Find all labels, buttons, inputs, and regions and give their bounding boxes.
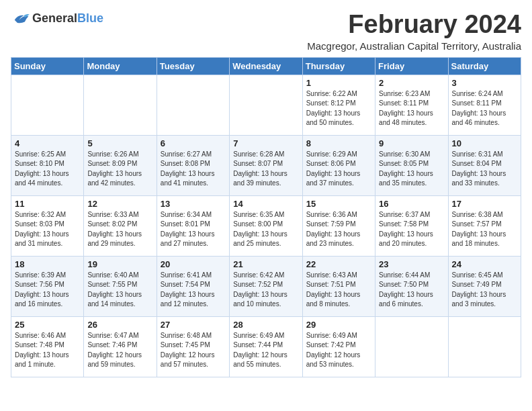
day-number: 27 <box>161 320 226 330</box>
day-detail: Sunrise: 6:22 AM Sunset: 8:12 PM Dayligh… <box>306 89 371 128</box>
day-number: 17 <box>452 199 517 209</box>
day-detail: Sunrise: 6:39 AM Sunset: 7:56 PM Dayligh… <box>15 271 80 310</box>
day-number: 3 <box>452 78 517 88</box>
calendar-cell: 13Sunrise: 6:34 AM Sunset: 8:01 PM Dayli… <box>157 195 229 256</box>
calendar-cell: 2Sunrise: 6:23 AM Sunset: 8:11 PM Daylig… <box>375 75 448 135</box>
logo-general: General <box>32 11 77 25</box>
day-detail: Sunrise: 6:48 AM Sunset: 7:45 PM Dayligh… <box>161 331 226 370</box>
calendar-cell: 1Sunrise: 6:22 AM Sunset: 8:12 PM Daylig… <box>302 75 375 135</box>
header: GeneralBlue February 2024 Macgregor, Aus… <box>11 11 521 52</box>
calendar-cell: 15Sunrise: 6:36 AM Sunset: 7:59 PM Dayli… <box>302 195 375 256</box>
weekday-header-friday: Friday <box>375 57 448 75</box>
logo-text: GeneralBlue <box>32 11 103 26</box>
day-detail: Sunrise: 6:45 AM Sunset: 7:49 PM Dayligh… <box>452 271 517 310</box>
calendar-cell: 27Sunrise: 6:48 AM Sunset: 7:45 PM Dayli… <box>157 316 229 377</box>
day-number: 6 <box>161 138 226 148</box>
calendar-cell: 17Sunrise: 6:38 AM Sunset: 7:57 PM Dayli… <box>448 195 521 256</box>
logo-blue: Blue <box>77 11 103 25</box>
weekday-header-row: SundayMondayTuesdayWednesdayThursdayFrid… <box>11 57 521 75</box>
day-number: 28 <box>233 320 298 330</box>
day-detail: Sunrise: 6:31 AM Sunset: 8:04 PM Dayligh… <box>452 150 517 189</box>
day-number: 10 <box>452 138 517 148</box>
calendar-cell <box>448 316 521 377</box>
day-number: 5 <box>87 138 152 148</box>
calendar-cell <box>375 316 448 377</box>
logo-bird-icon <box>11 11 30 26</box>
day-detail: Sunrise: 6:30 AM Sunset: 8:05 PM Dayligh… <box>379 150 444 189</box>
day-detail: Sunrise: 6:43 AM Sunset: 7:51 PM Dayligh… <box>306 271 371 310</box>
calendar-cell: 3Sunrise: 6:24 AM Sunset: 8:11 PM Daylig… <box>448 75 521 135</box>
day-number: 8 <box>306 138 371 148</box>
day-number: 25 <box>15 320 80 330</box>
day-detail: Sunrise: 6:49 AM Sunset: 7:42 PM Dayligh… <box>306 331 371 370</box>
day-number: 12 <box>87 199 152 209</box>
calendar-cell: 10Sunrise: 6:31 AM Sunset: 8:04 PM Dayli… <box>448 135 521 195</box>
day-detail: Sunrise: 6:44 AM Sunset: 7:50 PM Dayligh… <box>379 271 444 310</box>
day-number: 20 <box>161 259 226 269</box>
calendar-cell <box>157 75 229 135</box>
day-detail: Sunrise: 6:34 AM Sunset: 8:01 PM Dayligh… <box>161 210 226 249</box>
day-detail: Sunrise: 6:41 AM Sunset: 7:54 PM Dayligh… <box>161 271 226 310</box>
calendar-cell: 4Sunrise: 6:25 AM Sunset: 8:10 PM Daylig… <box>11 135 84 195</box>
calendar-cell: 20Sunrise: 6:41 AM Sunset: 7:54 PM Dayli… <box>157 256 229 316</box>
day-number: 2 <box>379 78 444 88</box>
weekday-header-tuesday: Tuesday <box>157 57 229 75</box>
day-number: 13 <box>161 199 226 209</box>
month-title: February 2024 <box>307 11 521 39</box>
day-number: 22 <box>306 259 371 269</box>
day-detail: Sunrise: 6:28 AM Sunset: 8:07 PM Dayligh… <box>233 150 298 189</box>
calendar-cell: 11Sunrise: 6:32 AM Sunset: 8:03 PM Dayli… <box>11 195 84 256</box>
calendar-cell: 21Sunrise: 6:42 AM Sunset: 7:52 PM Dayli… <box>230 256 302 316</box>
calendar-cell: 12Sunrise: 6:33 AM Sunset: 8:02 PM Dayli… <box>84 195 157 256</box>
calendar-cell: 22Sunrise: 6:43 AM Sunset: 7:51 PM Dayli… <box>302 256 375 316</box>
day-detail: Sunrise: 6:25 AM Sunset: 8:10 PM Dayligh… <box>15 150 80 189</box>
calendar-week-3: 11Sunrise: 6:32 AM Sunset: 8:03 PM Dayli… <box>11 195 521 256</box>
calendar-cell: 8Sunrise: 6:29 AM Sunset: 8:06 PM Daylig… <box>302 135 375 195</box>
day-detail: Sunrise: 6:27 AM Sunset: 8:08 PM Dayligh… <box>161 150 226 189</box>
calendar-cell: 5Sunrise: 6:26 AM Sunset: 8:09 PM Daylig… <box>84 135 157 195</box>
day-detail: Sunrise: 6:40 AM Sunset: 7:55 PM Dayligh… <box>87 271 152 310</box>
day-number: 24 <box>452 259 517 269</box>
day-number: 23 <box>379 259 444 269</box>
day-detail: Sunrise: 6:32 AM Sunset: 8:03 PM Dayligh… <box>15 210 80 249</box>
calendar-cell: 25Sunrise: 6:46 AM Sunset: 7:48 PM Dayli… <box>11 316 84 377</box>
calendar-body: 1Sunrise: 6:22 AM Sunset: 8:12 PM Daylig… <box>11 75 521 377</box>
day-number: 4 <box>15 138 80 148</box>
calendar-cell: 24Sunrise: 6:45 AM Sunset: 7:49 PM Dayli… <box>448 256 521 316</box>
day-number: 9 <box>379 138 444 148</box>
day-number: 7 <box>233 138 298 148</box>
calendar-cell: 29Sunrise: 6:49 AM Sunset: 7:42 PM Dayli… <box>302 316 375 377</box>
day-detail: Sunrise: 6:33 AM Sunset: 8:02 PM Dayligh… <box>87 210 152 249</box>
weekday-header-monday: Monday <box>84 57 157 75</box>
day-detail: Sunrise: 6:37 AM Sunset: 7:58 PM Dayligh… <box>379 210 444 249</box>
day-number: 15 <box>306 199 371 209</box>
calendar-cell <box>11 75 84 135</box>
day-detail: Sunrise: 6:36 AM Sunset: 7:59 PM Dayligh… <box>306 210 371 249</box>
calendar-cell: 16Sunrise: 6:37 AM Sunset: 7:58 PM Dayli… <box>375 195 448 256</box>
day-detail: Sunrise: 6:24 AM Sunset: 8:11 PM Dayligh… <box>452 89 517 128</box>
calendar-cell: 14Sunrise: 6:35 AM Sunset: 8:00 PM Dayli… <box>230 195 302 256</box>
day-detail: Sunrise: 6:29 AM Sunset: 8:06 PM Dayligh… <box>306 150 371 189</box>
calendar-week-2: 4Sunrise: 6:25 AM Sunset: 8:10 PM Daylig… <box>11 135 521 195</box>
weekday-header-thursday: Thursday <box>302 57 375 75</box>
day-detail: Sunrise: 6:35 AM Sunset: 8:00 PM Dayligh… <box>233 210 298 249</box>
calendar-cell: 23Sunrise: 6:44 AM Sunset: 7:50 PM Dayli… <box>375 256 448 316</box>
calendar-cell: 18Sunrise: 6:39 AM Sunset: 7:56 PM Dayli… <box>11 256 84 316</box>
day-number: 21 <box>233 259 298 269</box>
calendar: SundayMondayTuesdayWednesdayThursdayFrid… <box>11 57 521 377</box>
subtitle: Macgregor, Australian Capital Territory,… <box>307 40 521 52</box>
day-number: 29 <box>306 320 371 330</box>
day-detail: Sunrise: 6:23 AM Sunset: 8:11 PM Dayligh… <box>379 89 444 128</box>
calendar-cell <box>230 75 302 135</box>
day-number: 19 <box>87 259 152 269</box>
day-detail: Sunrise: 6:47 AM Sunset: 7:46 PM Dayligh… <box>87 331 152 370</box>
weekday-header-saturday: Saturday <box>448 57 521 75</box>
day-number: 18 <box>15 259 80 269</box>
day-detail: Sunrise: 6:26 AM Sunset: 8:09 PM Dayligh… <box>87 150 152 189</box>
day-number: 26 <box>87 320 152 330</box>
day-detail: Sunrise: 6:42 AM Sunset: 7:52 PM Dayligh… <box>233 271 298 310</box>
day-number: 1 <box>306 78 371 88</box>
day-number: 16 <box>379 199 444 209</box>
day-detail: Sunrise: 6:46 AM Sunset: 7:48 PM Dayligh… <box>15 331 80 370</box>
calendar-week-1: 1Sunrise: 6:22 AM Sunset: 8:12 PM Daylig… <box>11 75 521 135</box>
